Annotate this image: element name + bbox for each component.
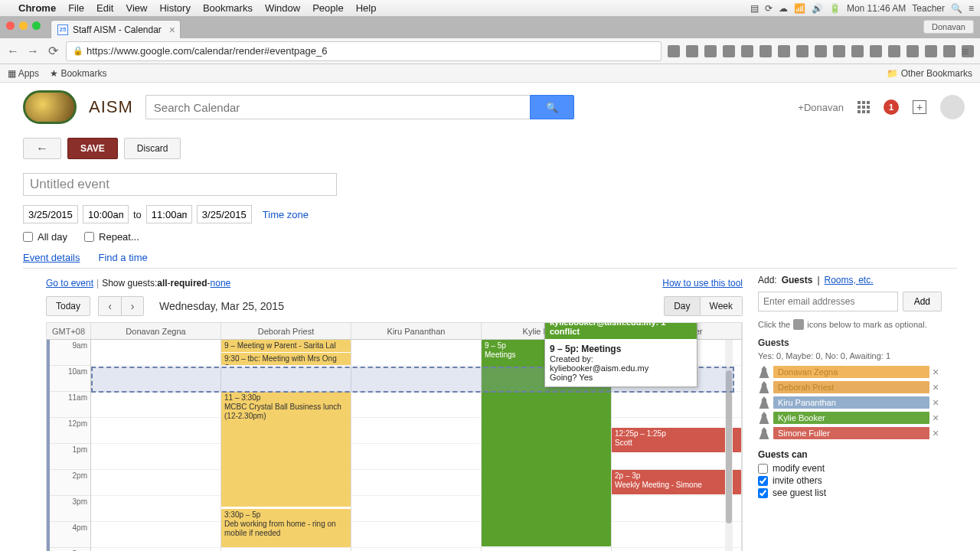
ext-icon[interactable] (870, 45, 882, 57)
event-block[interactable]: 11 – 3:30pMCBC Crystal Ball Business lun… (221, 392, 351, 507)
end-date-input[interactable] (197, 205, 252, 223)
ext-icon[interactable] (906, 45, 919, 57)
event-block[interactable]: 2p – 3pWeekly Meeting - Simone (612, 470, 741, 494)
share-icon[interactable]: + (913, 100, 926, 114)
remove-guest-icon[interactable]: × (929, 366, 942, 378)
wifi-icon[interactable]: 📶 (794, 3, 805, 14)
close-tab-icon[interactable]: × (169, 24, 175, 36)
end-time-input[interactable] (146, 205, 192, 223)
perm-modify-checkbox[interactable] (758, 464, 768, 474)
guest-email-input[interactable] (758, 292, 898, 311)
ext-icon[interactable] (741, 45, 753, 57)
silhouette-icon[interactable] (758, 396, 770, 409)
ext-icon[interactable] (668, 45, 680, 57)
ext-icon[interactable] (925, 45, 937, 57)
timezone-link[interactable]: Time zone (263, 209, 309, 220)
ext-icon[interactable] (778, 45, 790, 57)
app-name[interactable]: Chrome (18, 2, 56, 14)
scroll-thumb[interactable] (726, 370, 732, 523)
menu-bookmarks[interactable]: Bookmarks (203, 2, 253, 14)
battery-icon[interactable]: 🔋 (829, 3, 841, 14)
menu-view[interactable]: View (126, 2, 147, 14)
menu-window[interactable]: Window (265, 2, 300, 14)
filter-required[interactable]: required (171, 278, 207, 289)
minimize-window-icon[interactable] (19, 21, 28, 30)
chrome-menu-icon[interactable]: ≡ (962, 45, 974, 57)
ext-icon[interactable] (686, 45, 698, 57)
perm-seelist-checkbox[interactable] (758, 488, 768, 498)
back-icon[interactable]: ← (6, 44, 20, 58)
silhouette-icon[interactable] (758, 412, 770, 424)
ext-icon[interactable] (796, 45, 808, 57)
volume-icon[interactable]: 🔊 (812, 3, 823, 14)
start-date-input[interactable] (23, 205, 78, 223)
menu-help[interactable]: Help (356, 2, 377, 14)
notifications-icon[interactable]: 1 (884, 99, 899, 115)
menu-people[interactable]: People (312, 2, 343, 14)
today-button[interactable]: Today (46, 296, 90, 316)
menu-file[interactable]: File (68, 2, 84, 14)
ext-icon[interactable] (851, 45, 864, 57)
apps-grid-icon[interactable] (858, 101, 870, 113)
discard-button[interactable]: Discard (124, 138, 181, 159)
plus-profile[interactable]: +Donavan (798, 102, 844, 113)
guests-tab[interactable]: Guests (782, 275, 813, 285)
search-input[interactable] (145, 95, 530, 119)
view-week-button[interactable]: Week (701, 296, 743, 316)
silhouette-icon[interactable] (758, 381, 770, 393)
availability-grid[interactable]: GMT+08 Donavan Zegna Deborah Priest Kiru… (46, 322, 743, 551)
ext-icon[interactable] (943, 45, 956, 57)
address-bar[interactable]: 🔒 https://www.google.com/calendar/render… (66, 41, 662, 61)
event-block[interactable]: 9:30 – tbc: Meeting with Mrs Ong Su (221, 353, 351, 365)
ext-icon[interactable] (723, 45, 735, 57)
close-window-icon[interactable] (6, 21, 15, 30)
event-block[interactable]: 12:25p – 1:25pScott (612, 428, 741, 452)
window-controls[interactable] (6, 21, 41, 30)
remove-guest-icon[interactable]: × (929, 396, 942, 409)
filter-all[interactable]: all (157, 278, 167, 289)
event-block[interactable]: 9 – Meeting w Parent - Sarita Lal (221, 340, 351, 352)
menu-edit[interactable]: Edit (96, 2, 113, 14)
guest-chip[interactable]: Kiru Pananthan (773, 396, 929, 409)
maximize-window-icon[interactable] (32, 21, 41, 30)
clock[interactable]: Mon 11:46 AM (847, 3, 906, 14)
allday-checkbox[interactable] (23, 232, 33, 242)
other-bookmarks[interactable]: 📁 Other Bookmarks (887, 68, 972, 79)
spotlight-icon[interactable]: 🔍 (951, 3, 962, 14)
ext-icon[interactable] (815, 45, 827, 57)
search-button[interactable]: 🔍 (530, 95, 574, 119)
remove-guest-icon[interactable]: × (929, 381, 942, 393)
guest-chip[interactable]: Deborah Priest (773, 381, 929, 393)
howto-link[interactable]: How to use this tool (662, 278, 743, 289)
org-logo-icon[interactable] (23, 90, 77, 124)
tab-event-details[interactable]: Event details (23, 252, 80, 263)
remove-guest-icon[interactable]: × (929, 412, 942, 424)
filter-none[interactable]: none (211, 278, 231, 289)
remove-guest-icon[interactable]: × (929, 427, 942, 439)
next-day-button[interactable]: › (121, 296, 144, 316)
save-button[interactable]: SAVE (67, 138, 118, 159)
go-to-event-link[interactable]: Go to event (46, 278, 93, 289)
tab-find-time[interactable]: Find a time (98, 252, 147, 263)
forward-icon[interactable]: → (26, 44, 40, 58)
rooms-tab[interactable]: Rooms, etc. (825, 275, 874, 285)
perm-invite-checkbox[interactable] (758, 476, 768, 486)
repeat-checkbox[interactable] (84, 232, 94, 242)
guest-chip[interactable]: Donavan Zegna (773, 366, 929, 378)
silhouette-icon[interactable] (758, 427, 770, 439)
guest-chip[interactable]: Kylie Booker (773, 412, 929, 424)
guest-chip[interactable]: Simone Fuller (773, 427, 929, 439)
back-button[interactable]: ← (23, 138, 61, 159)
view-day-button[interactable]: Day (664, 296, 700, 316)
menu-history[interactable]: History (159, 2, 190, 14)
ext-icon[interactable] (704, 45, 717, 57)
ext-icon[interactable] (833, 45, 845, 57)
avatar[interactable] (940, 95, 965, 119)
event-block[interactable]: 3:30p – 5pDeb working from home - ring o… (221, 509, 351, 547)
prev-day-button[interactable]: ‹ (98, 296, 121, 316)
menu-icon[interactable]: ≡ (969, 3, 974, 14)
bookmarks-link[interactable]: ★ Bookmarks (50, 68, 106, 79)
ext-icon[interactable] (888, 45, 900, 57)
add-guest-button[interactable]: Add (903, 292, 942, 311)
browser-tab[interactable]: 25 Staff AISM - Calendar × (51, 20, 181, 38)
